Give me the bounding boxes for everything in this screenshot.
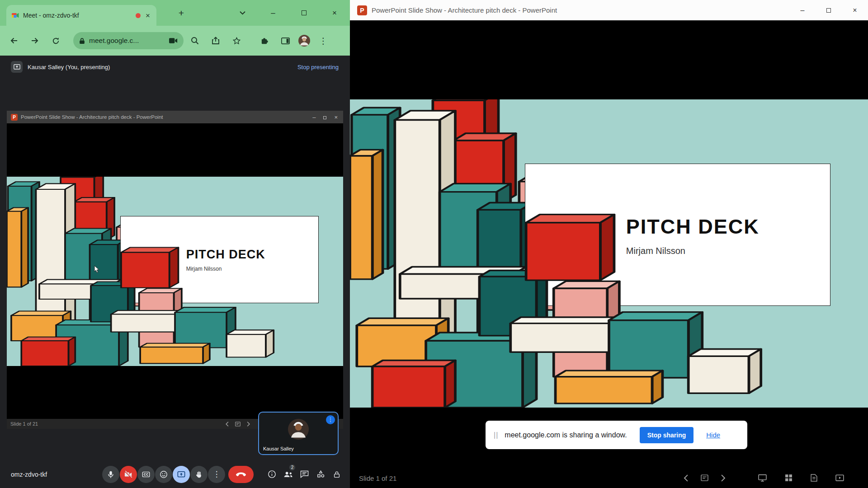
preview-minimize-icon: – [312, 114, 316, 121]
meet-toolbar: omz-zdvo-tkf [0, 460, 350, 488]
preview-titlebar: P PowerPoint Slide Show - Architecture p… [7, 111, 343, 123]
present-screen-button[interactable] [173, 466, 190, 483]
emoji-reactions-button[interactable] [155, 466, 172, 483]
preview-next-icon [247, 422, 250, 427]
preview-prev-icon [226, 422, 229, 427]
present-screen-icon [11, 61, 23, 73]
recording-indicator-icon [136, 13, 141, 18]
activities-button[interactable] [314, 468, 327, 481]
url-text: meet.google.c... [89, 37, 165, 45]
preview-window-controls: – × [312, 114, 338, 121]
chat-panel-button[interactable] [297, 468, 311, 481]
end-call-button[interactable] [228, 466, 254, 483]
people-panel-button[interactable]: 2 [281, 468, 295, 481]
ppt-maximize-button[interactable] [816, 0, 842, 20]
chrome-tabstrip: Meet - omz-zdvo-tkf × + – × [0, 0, 350, 26]
meet-favicon-icon [12, 12, 19, 19]
self-avatar [288, 419, 309, 440]
powerpoint-window: P PowerPoint Slide Show - Architecture p… [350, 0, 868, 488]
camera-off-button[interactable] [120, 466, 137, 483]
bookmark-star-icon[interactable] [227, 31, 246, 50]
meet-app: Kausar Salley (You, presenting) Stop pre… [0, 56, 350, 488]
window-minimize-button[interactable]: – [258, 0, 288, 26]
extensions-puzzle-icon[interactable] [255, 31, 274, 50]
stop-presenting-button[interactable]: Stop presenting [297, 64, 339, 70]
powerpoint-window-title: PowerPoint Slide Show - Architecture pit… [372, 6, 785, 14]
desktop: Meet - omz-zdvo-tkf × + – × [0, 0, 868, 488]
preview-window-title: PowerPoint Slide Show - Architecture pit… [21, 114, 309, 120]
powerpoint-titlebar: P PowerPoint Slide Show - Architecture p… [350, 0, 868, 20]
forward-button[interactable] [25, 31, 44, 50]
slide-menu-button[interactable] [701, 474, 708, 481]
slideshow-view-controls [758, 468, 844, 488]
side-panel-icon[interactable] [276, 31, 295, 50]
profile-avatar[interactable] [297, 31, 312, 50]
presenter-status-text: Kausar Salley (You, presenting) [28, 64, 292, 70]
powerpoint-window-controls: – × [789, 0, 868, 20]
ppt-close-button[interactable]: × [842, 0, 868, 20]
mic-button[interactable] [102, 466, 119, 483]
call-controls: ⋮ [102, 466, 254, 483]
slideshow-area: PITCH DECK Mirjam Nilsson [350, 20, 868, 468]
slideshow-mode-button[interactable] [835, 474, 844, 481]
meeting-details-info-button[interactable] [265, 468, 278, 481]
powerpoint-logo-icon: P [357, 5, 367, 15]
sharing-notification: || meet.google.com is sharing a window. … [486, 421, 747, 449]
chrome-window-controls: – × [227, 0, 350, 26]
more-options-button[interactable]: ⋮ [208, 466, 225, 483]
ppt-minimize-button[interactable]: – [789, 0, 816, 20]
browser-tab-meet[interactable]: Meet - omz-zdvo-tkf × [6, 5, 156, 26]
browser-menu-button[interactable]: ⋮ [314, 31, 333, 50]
preview-powerpoint-logo-icon: P [11, 114, 18, 121]
mouse-cursor-icon [94, 265, 100, 273]
preview-menu-icon [235, 422, 241, 427]
preview-body: PITCH DECK Mirjam Nilsson [7, 123, 343, 419]
chrome-window: Meet - omz-zdvo-tkf × + – × [0, 0, 350, 488]
preview-slide: PITCH DECK Mirjam Nilsson [7, 177, 343, 366]
meet-panel-icons: 2 [265, 468, 344, 481]
slide-status-text: Slide 1 of 21 [359, 474, 396, 482]
raise-hand-button[interactable] [190, 466, 208, 483]
previous-slide-button[interactable] [684, 474, 689, 482]
preview-nav-controls [226, 419, 250, 429]
slideshow-statusbar: Slide 1 of 21 [350, 468, 868, 488]
tab-title: Meet - omz-zdvo-tkf [23, 12, 132, 19]
sharing-message: meet.google.com is sharing a window. [505, 431, 627, 439]
see-all-slides-grid-button[interactable] [785, 474, 793, 482]
self-name-label: Kausar Salley [263, 446, 294, 451]
tile-more-options-button[interactable]: ⋮ [326, 415, 335, 424]
participant-count-badge: 2 [289, 464, 296, 471]
zoom-icon[interactable] [185, 31, 204, 50]
tab-search-chevron-icon[interactable] [227, 0, 258, 26]
back-button[interactable] [5, 31, 24, 50]
host-controls-button[interactable] [330, 468, 344, 481]
next-slide-button[interactable] [721, 474, 726, 482]
display-settings-button[interactable] [758, 474, 767, 482]
camera-in-use-icon[interactable] [169, 38, 178, 44]
presenting-banner: Kausar Salley (You, presenting) Stop pre… [11, 59, 339, 75]
window-maximize-button[interactable] [288, 0, 319, 26]
tab-close-button[interactable]: × [145, 12, 151, 19]
hide-link[interactable]: Hide [706, 431, 720, 439]
address-bar[interactable]: meet.google.c... [73, 32, 184, 49]
meeting-code: omz-zdvo-tkf [11, 471, 47, 478]
share-icon[interactable] [206, 31, 225, 50]
current-slide[interactable]: PITCH DECK Mirjam Nilsson [350, 99, 868, 408]
preview-slide-status: Slide 1 of 21 [10, 421, 38, 427]
slide-artwork-front [7, 177, 343, 366]
toast-drag-handle[interactable]: || [494, 431, 498, 439]
notes-button[interactable] [811, 474, 817, 482]
stop-sharing-button[interactable]: Stop sharing [640, 427, 694, 443]
lock-icon [79, 38, 85, 44]
captions-button[interactable] [137, 466, 155, 483]
preview-maximize-icon [323, 114, 326, 121]
self-view-tile[interactable]: Kausar Salley ⋮ [258, 412, 339, 455]
reload-button[interactable] [46, 31, 65, 50]
slide-nav-controls [684, 468, 726, 488]
slide-artwork-front [350, 99, 868, 408]
new-tab-button[interactable]: + [175, 0, 187, 26]
preview-close-icon: × [334, 114, 338, 121]
shared-window-preview: P PowerPoint Slide Show - Architecture p… [7, 111, 343, 429]
window-close-button[interactable]: × [319, 0, 350, 26]
chrome-toolbar: meet.google.c... ⋮ [0, 26, 350, 56]
